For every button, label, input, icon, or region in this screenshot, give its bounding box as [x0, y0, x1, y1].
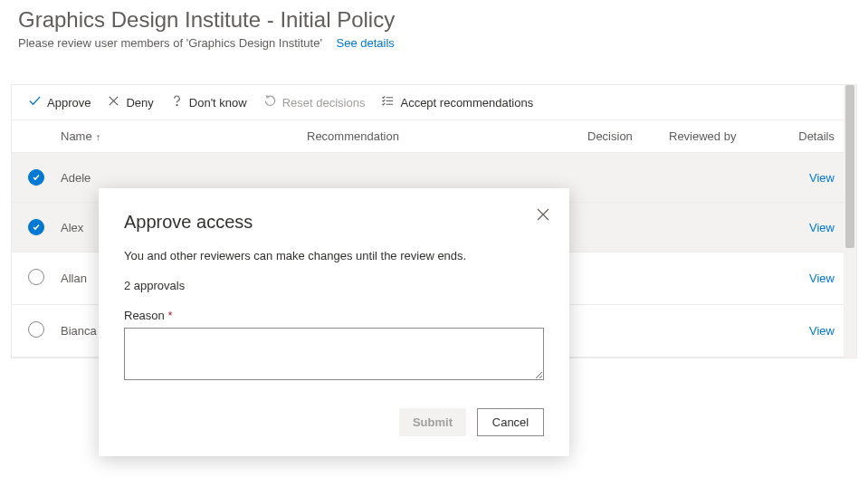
column-recommendation[interactable]: Recommendation	[307, 129, 587, 143]
dialog-title: Approve access	[124, 212, 544, 233]
reason-input[interactable]	[124, 328, 544, 380]
scrollbar-thumb[interactable]	[845, 85, 854, 248]
page-subtitle: Please review user members of 'Graphics …	[18, 36, 322, 50]
view-link[interactable]: View	[809, 324, 835, 338]
row-name: Adele	[61, 171, 307, 185]
table-header: Name ↑ Recommendation Decision Reviewed …	[12, 120, 856, 153]
check-icon	[28, 94, 42, 110]
row-checkbox[interactable]	[28, 219, 44, 235]
reset-label: Reset decisions	[282, 96, 366, 110]
svg-point-0	[176, 105, 177, 106]
dont-know-button[interactable]: Don't know	[170, 94, 247, 110]
approve-access-dialog: Approve access You and other reviewers c…	[99, 188, 569, 456]
column-name[interactable]: Name ↑	[61, 129, 307, 143]
vertical-scrollbar[interactable]	[844, 85, 856, 358]
view-link[interactable]: View	[809, 171, 835, 185]
reason-label-text: Reason	[124, 309, 165, 322]
see-details-link[interactable]: See details	[337, 36, 395, 50]
reason-label: Reason *	[124, 309, 544, 322]
cancel-button[interactable]: Cancel	[477, 408, 544, 436]
approval-count: 2 approvals	[124, 279, 544, 292]
dialog-info-text: You and other reviewers can make changes…	[124, 249, 544, 262]
deny-button[interactable]: Deny	[107, 94, 153, 110]
deny-label: Deny	[126, 96, 153, 110]
reset-decisions-button[interactable]: Reset decisions	[263, 94, 366, 110]
dont-know-label: Don't know	[189, 96, 247, 110]
column-name-label: Name	[61, 129, 92, 143]
question-icon	[170, 94, 184, 110]
close-icon	[537, 210, 549, 224]
column-details: Details	[785, 129, 840, 143]
submit-button[interactable]: Submit	[399, 408, 466, 436]
toolbar: Approve Deny Don't know Reset decisions …	[12, 85, 856, 120]
accept-recommendations-button[interactable]: Accept recommendations	[381, 94, 533, 110]
column-reviewed-by[interactable]: Reviewed by	[669, 129, 785, 143]
page-subtitle-row: Please review user members of 'Graphics …	[18, 36, 850, 50]
accept-label: Accept recommendations	[400, 96, 533, 110]
sort-asc-icon: ↑	[96, 131, 101, 142]
close-button[interactable]	[537, 208, 549, 224]
list-check-icon	[381, 94, 395, 110]
approve-button[interactable]: Approve	[28, 94, 91, 110]
x-icon	[107, 94, 120, 110]
view-link[interactable]: View	[809, 221, 835, 234]
required-indicator: *	[167, 309, 172, 322]
row-checkbox[interactable]	[28, 169, 44, 186]
row-checkbox[interactable]	[28, 321, 44, 338]
reset-icon	[263, 94, 277, 110]
approve-label: Approve	[47, 96, 91, 110]
page-title: Graphics Design Institute - Initial Poli…	[18, 7, 850, 33]
column-decision[interactable]: Decision	[587, 129, 669, 143]
view-link[interactable]: View	[809, 272, 835, 285]
row-checkbox[interactable]	[28, 269, 44, 285]
